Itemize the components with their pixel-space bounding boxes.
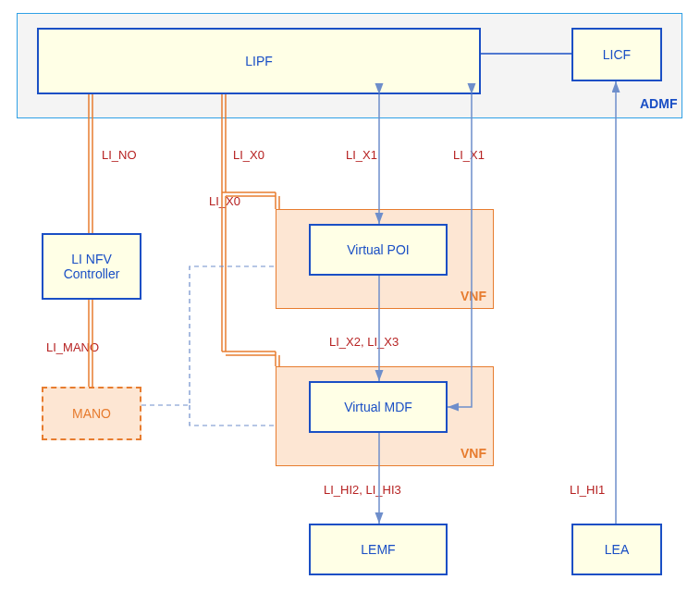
diagram-stage: ADMF LIPF LICF LI NFV Controller VNF Vir…: [0, 0, 700, 592]
edge-label-li-mano: LI_MANO: [46, 340, 99, 354]
edge-label-li-no: LI_NO: [102, 148, 137, 162]
node-li-nfv-controller: LI NFV Controller: [42, 233, 141, 300]
vnf-label-2: VNF: [461, 446, 486, 461]
vnf-label-1: VNF: [461, 289, 486, 303]
admf-label: ADMF: [640, 96, 677, 111]
edge-label-li-x2x3: LI_X2, LI_X3: [329, 335, 399, 349]
edge-label-li-x0-b: LI_X0: [209, 194, 240, 208]
node-lea: LEA: [571, 524, 662, 575]
edge-label-li-x0-a: LI_X0: [233, 148, 264, 162]
node-licf: LICF: [571, 28, 662, 81]
node-mano: MANO: [42, 387, 141, 440]
node-virtual-mdf: Virtual MDF: [309, 381, 448, 433]
edge-label-li-hi1: LI_HI1: [570, 483, 605, 497]
node-lemf: LEMF: [309, 524, 448, 575]
edge-label-li-x1-a: LI_X1: [346, 148, 377, 162]
node-lipf: LIPF: [37, 28, 481, 94]
edge-label-li-x1-b: LI_X1: [453, 148, 485, 162]
edge-label-li-hi23: LI_HI2, LI_HI3: [324, 483, 401, 497]
node-virtual-poi: Virtual POI: [309, 224, 448, 276]
